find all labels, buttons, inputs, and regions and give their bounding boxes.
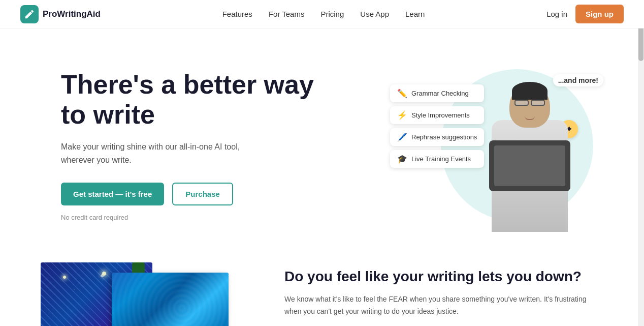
section2-title: Do you feel like your writing lets you d… bbox=[284, 268, 603, 285]
logo-text: ProWritingAid bbox=[43, 9, 101, 19]
star2 bbox=[102, 272, 106, 276]
nav-learn[interactable]: Learn bbox=[405, 10, 425, 18]
logo-icon bbox=[20, 5, 39, 23]
person-illustration bbox=[471, 79, 588, 232]
person-head bbox=[509, 84, 550, 128]
page-scrollbar[interactable] bbox=[638, 0, 644, 326]
front-swirls bbox=[112, 273, 229, 326]
hero-note: No credit card required bbox=[61, 214, 325, 221]
navbar: ProWritingAid Features For Teams Pricing… bbox=[0, 0, 644, 28]
login-link[interactable]: Log in bbox=[546, 10, 567, 18]
person-laptop bbox=[489, 140, 570, 191]
grammar-label: Grammar Checking bbox=[411, 90, 469, 97]
nav-links: Features For Teams Pricing Use App Learn bbox=[222, 10, 425, 18]
painting-front: My idea in my head bbox=[112, 273, 229, 326]
purchase-button[interactable]: Purchase bbox=[172, 183, 233, 205]
style-icon: ⚡ bbox=[397, 110, 407, 120]
laptop-screen bbox=[494, 145, 565, 186]
hero-content: There's a better way to write Make your … bbox=[61, 70, 325, 222]
feature-cards-list: ✏️ Grammar Checking ⚡ Style Improvements… bbox=[390, 84, 484, 168]
nav-actions: Log in Sign up bbox=[546, 5, 624, 23]
painting-stack: My idea in my head bbox=[41, 262, 254, 326]
feature-card-rephrase: 🖊️ Rephrase suggestions bbox=[390, 128, 484, 146]
hero-illustration: ...and more! ✦ ✏️ Grammar Checking ⚡ Sty… bbox=[390, 59, 603, 232]
logo-svg bbox=[24, 9, 35, 20]
training-label: Live Training Events bbox=[411, 155, 471, 163]
hero-section: There's a better way to write Make your … bbox=[0, 28, 644, 252]
section2-content: Do you feel like your writing lets you d… bbox=[284, 262, 603, 318]
nav-features[interactable]: Features bbox=[222, 10, 252, 18]
hero-buttons: Get started — it's free Purchase bbox=[61, 183, 325, 205]
section2: My idea in my head Do you feel like your… bbox=[0, 252, 644, 326]
person-glasses bbox=[514, 100, 545, 106]
style-label: Style Improvements bbox=[411, 111, 470, 119]
person-smile bbox=[525, 116, 535, 120]
hero-subtitle: Make your writing shine with our all-in-… bbox=[61, 140, 274, 166]
nav-use-app[interactable]: Use App bbox=[360, 10, 389, 18]
painting-illustration: My idea in my head bbox=[41, 262, 254, 326]
section2-text: We know what it's like to feel the FEAR … bbox=[284, 293, 603, 318]
training-icon: 🎓 bbox=[397, 154, 407, 164]
grammar-icon: ✏️ bbox=[397, 88, 407, 98]
signup-button[interactable]: Sign up bbox=[575, 5, 624, 23]
get-started-button[interactable]: Get started — it's free bbox=[61, 183, 164, 205]
feature-card-training: 🎓 Live Training Events bbox=[390, 150, 484, 168]
nav-for-teams[interactable]: For Teams bbox=[269, 10, 305, 18]
feature-card-style: ⚡ Style Improvements bbox=[390, 106, 484, 124]
rephrase-icon: 🖊️ bbox=[397, 132, 407, 142]
rephrase-label: Rephrase suggestions bbox=[411, 133, 477, 141]
nav-pricing[interactable]: Pricing bbox=[320, 10, 344, 18]
logo-link[interactable]: ProWritingAid bbox=[20, 5, 101, 23]
person-hair bbox=[512, 82, 548, 100]
feature-card-grammar: ✏️ Grammar Checking bbox=[390, 84, 484, 102]
hero-title: There's a better way to write bbox=[61, 70, 325, 131]
